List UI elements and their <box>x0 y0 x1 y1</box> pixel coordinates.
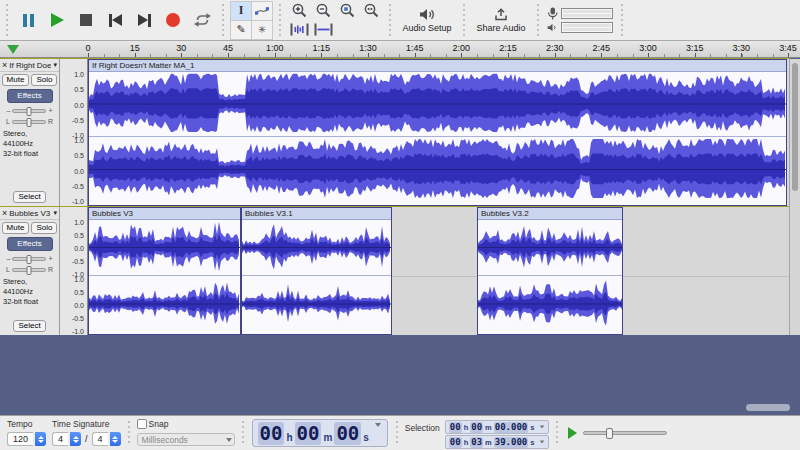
audio-setup-button[interactable]: Audio Setup <box>395 1 459 39</box>
clip-title[interactable]: Bubbles V3 <box>89 208 240 220</box>
zoom-in-button[interactable] <box>289 2 309 20</box>
recording-meter[interactable] <box>561 8 613 19</box>
horizontal-scrollbar-thumb[interactable] <box>746 404 790 411</box>
clip-right-channel[interactable] <box>89 137 786 202</box>
position-minutes[interactable]: 00 <box>295 422 322 445</box>
tempo-value[interactable]: 120 <box>7 432 33 446</box>
clip-title[interactable]: Bubbles V3.2 <box>478 208 622 220</box>
time-signature-upper-value[interactable]: 4 <box>52 432 68 446</box>
pan-slider-track[interactable] <box>12 120 46 124</box>
select-button[interactable]: Select <box>13 320 45 332</box>
audio-position-display[interactable]: 00 h 00 m 00 s <box>252 419 388 447</box>
toolbar-grip[interactable] <box>127 421 131 445</box>
clip-right-channel[interactable] <box>89 276 240 332</box>
selection-start-time[interactable]: 00h 00m 00.000s <box>445 420 550 434</box>
track-name[interactable]: If Right Doesn't Matter MA_1 <box>9 61 51 70</box>
toolbar-grip[interactable] <box>221 4 225 36</box>
track-close-button[interactable]: × <box>2 209 7 218</box>
track-1-lane[interactable]: If Right Doesn't Matter MA_1 <box>88 59 789 206</box>
selection-end-time[interactable]: 00h 03m 39.000s <box>445 435 550 449</box>
pause-button[interactable] <box>15 7 41 33</box>
solo-button[interactable]: Solo <box>31 74 57 86</box>
stop-button[interactable] <box>73 7 99 33</box>
track-2-vertical-scale[interactable]: 1.00.50.0-0.5-1.0 1.00.50.0-0.5-1.0 <box>60 207 88 335</box>
audio-clip[interactable]: Bubbles V3 <box>88 207 241 335</box>
clip-left-channel[interactable] <box>478 220 622 276</box>
timeline-ruler[interactable]: 01530451:001:151:301:452:002:152:302:453… <box>0 41 800 58</box>
gain-slider-track[interactable] <box>12 257 46 261</box>
track-close-button[interactable]: × <box>2 61 7 70</box>
track-1-vertical-scale[interactable]: 1.00.50.0-0.5-1.0 1.00.50.0-0.5-1.0 <box>60 59 88 206</box>
solo-button[interactable]: Solo <box>31 222 57 234</box>
vertical-scale-left-channel[interactable]: 1.00.50.0-0.5-1.0 <box>60 220 87 276</box>
toolbar-grip[interactable] <box>278 4 282 36</box>
selection-end-seconds[interactable]: 39.000 <box>494 437 529 448</box>
multi-tool-button[interactable]: ✳ <box>252 21 272 39</box>
toolbar-grip[interactable] <box>536 4 540 36</box>
selection-start-seconds[interactable]: 00.000 <box>494 422 529 433</box>
draw-tool-button[interactable]: ✎ <box>231 21 251 39</box>
time-signature-upper-select[interactable] <box>70 432 81 446</box>
time-signature-lower-value[interactable]: 4 <box>92 432 108 446</box>
zoom-out-button[interactable] <box>313 2 333 20</box>
vertical-scrollbar-thumb[interactable] <box>792 63 798 191</box>
mute-button[interactable]: Mute <box>2 74 30 86</box>
clip-left-channel[interactable] <box>89 220 240 276</box>
mute-button[interactable]: Mute <box>2 222 30 234</box>
toolbar-grip[interactable] <box>5 4 9 36</box>
clip-right-channel[interactable] <box>478 276 622 332</box>
clip-left-channel[interactable] <box>89 72 786 137</box>
toolbar-grip[interactable] <box>620 4 624 36</box>
track-menu-chevron-icon[interactable]: ▾ <box>53 61 57 69</box>
gain-slider-thumb[interactable] <box>27 107 32 116</box>
select-button[interactable]: Select <box>13 191 45 203</box>
track-menu-chevron-icon[interactable]: ▾ <box>53 209 57 217</box>
clip-right-channel[interactable] <box>242 276 391 332</box>
audio-clip[interactable]: If Right Doesn't Matter MA_1 <box>88 59 787 206</box>
effects-button[interactable]: Effects <box>7 89 53 103</box>
selection-end-minutes[interactable]: 03 <box>470 437 483 448</box>
effects-button[interactable]: Effects <box>7 237 53 251</box>
silence-audio-button[interactable] <box>313 21 333 39</box>
gain-slider-thumb[interactable] <box>27 255 32 264</box>
toolbar-grip[interactable] <box>388 4 392 36</box>
selection-tool-button[interactable]: I <box>231 2 251 20</box>
selection-end-hours[interactable]: 00 <box>449 437 462 448</box>
speed-slider-track[interactable] <box>583 431 667 435</box>
skip-to-end-button[interactable] <box>131 7 157 33</box>
time-signature-lower-select[interactable] <box>110 432 121 446</box>
speed-slider-thumb[interactable] <box>606 428 613 439</box>
trim-audio-button[interactable] <box>289 21 309 39</box>
pan-slider-track[interactable] <box>12 268 46 272</box>
playback-meter[interactable] <box>561 22 613 33</box>
snap-checkbox[interactable] <box>137 419 147 429</box>
loop-button[interactable] <box>189 7 215 33</box>
chevron-down-icon[interactable] <box>540 440 545 443</box>
zoom-toggle-button[interactable] <box>361 2 381 20</box>
clip-title[interactable]: Bubbles V3.1 <box>242 208 391 220</box>
vertical-scale-left-channel[interactable]: 1.00.50.0-0.5-1.0 <box>60 72 87 137</box>
share-audio-button[interactable]: Share Audio <box>469 1 533 39</box>
position-seconds[interactable]: 00 <box>334 422 361 445</box>
gain-slider-track[interactable] <box>12 109 46 113</box>
chevron-down-icon[interactable] <box>540 425 545 428</box>
pan-slider-thumb[interactable] <box>26 266 31 275</box>
play-at-speed-icon[interactable] <box>568 427 577 439</box>
record-button[interactable] <box>160 7 186 33</box>
tempo-stepper[interactable] <box>35 432 46 446</box>
position-hours[interactable]: 00 <box>258 422 285 445</box>
audio-clip[interactable]: Bubbles V3.1 <box>241 207 392 335</box>
track-name[interactable]: Bubbles V3 <box>9 209 51 218</box>
toolbar-grip[interactable] <box>241 421 245 445</box>
playhead-pin-icon[interactable] <box>7 45 19 54</box>
snap-mode-dropdown[interactable]: Milliseconds <box>137 433 235 446</box>
vertical-scale-right-channel[interactable]: 1.00.50.0-0.5-1.0 <box>60 138 87 203</box>
track-2-lane[interactable]: Bubbles V3 Bubbles V3.1 Bubbles V3.2 <box>88 207 789 335</box>
vertical-scrollbar[interactable] <box>789 59 800 335</box>
vertical-scale-right-channel[interactable]: 1.00.50.0-0.5-1.0 <box>60 277 87 333</box>
toolbar-grip[interactable] <box>555 421 559 445</box>
chevron-down-icon[interactable] <box>375 423 381 427</box>
play-button[interactable] <box>44 7 70 33</box>
toolbar-grip[interactable] <box>395 421 399 445</box>
pan-slider-thumb[interactable] <box>26 118 31 127</box>
